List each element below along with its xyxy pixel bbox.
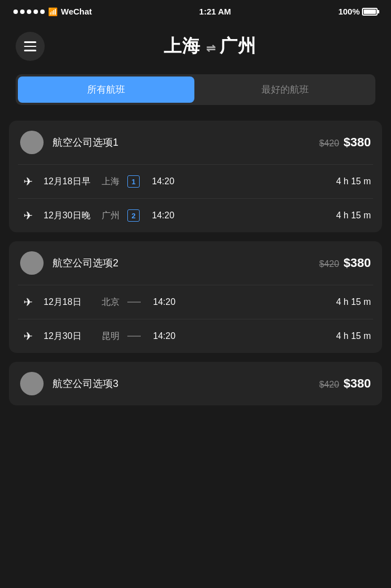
- flight-time: 14:20: [152, 211, 174, 221]
- flights-list: 航空公司选项1$420$380✈12月18日早上海114:204 h 15 m✈…: [0, 121, 391, 405]
- flight-date: 12月30日晚: [44, 210, 94, 222]
- plane-icon: ✈: [20, 295, 36, 309]
- flight-time: 14:20: [152, 176, 174, 187]
- wifi-icon: 📶: [48, 7, 58, 16]
- flight-card-1[interactable]: 航空公司选项1$420$380✈12月18日早上海114:204 h 15 m✈…: [9, 121, 382, 232]
- flight-duration: 4 h 15 m: [336, 211, 371, 221]
- airline-row: 航空公司选项3$420$380: [9, 362, 382, 405]
- original-price: $420: [319, 259, 339, 269]
- airline-name: 航空公司选项3: [53, 377, 310, 390]
- origin-city: 上海: [164, 36, 201, 56]
- original-price: $420: [319, 138, 339, 149]
- flight-date: 12月18日: [44, 297, 94, 308]
- city-line: 北京: [102, 297, 141, 308]
- city-line: 上海1: [102, 175, 140, 188]
- flight-time: 14:20: [153, 331, 175, 341]
- city-line: 广州2: [102, 209, 140, 222]
- sale-price: $380: [344, 135, 371, 150]
- menu-button[interactable]: [16, 32, 45, 61]
- flight-card-3[interactable]: 航空公司选项3$420$380: [9, 362, 382, 405]
- airline-logo: [20, 251, 44, 275]
- status-left: 📶 WeChat: [13, 7, 92, 16]
- flight-duration: 4 h 15 m: [336, 297, 371, 307]
- price-group: $420$380: [319, 376, 371, 391]
- swap-icon: ⇌: [206, 42, 220, 54]
- flight-time: 14:20: [153, 297, 175, 307]
- carrier-name: WeChat: [61, 7, 92, 16]
- flight-duration: 4 h 15 m: [336, 331, 371, 341]
- city-dash: [127, 302, 141, 303]
- flight-leg-row: ✈12月30日昆明14:204 h 15 m: [9, 319, 382, 353]
- airline-name: 航空公司选项2: [53, 256, 310, 270]
- city-line: 昆明: [102, 331, 141, 342]
- flight-leg-row: ✈12月18日北京14:204 h 15 m: [9, 285, 382, 319]
- flight-duration: 4 h 15 m: [336, 176, 371, 187]
- sale-price: $380: [344, 376, 371, 391]
- battery-icon: [362, 8, 378, 16]
- flight-leg-row: ✈12月30日晚广州214:204 h 15 m: [9, 199, 382, 232]
- tab-best-flights[interactable]: 最好的航班: [197, 77, 373, 103]
- flight-city: 广州: [102, 210, 122, 222]
- flight-card-2[interactable]: 航空公司选项2$420$380✈12月18日北京14:204 h 15 m✈12…: [9, 241, 382, 353]
- flight-date: 12月30日: [44, 331, 94, 342]
- price-group: $420$380: [319, 256, 371, 270]
- status-bar: 📶 WeChat 1:21 AM 100%: [0, 0, 391, 21]
- city-badge: 2: [127, 209, 140, 222]
- city-dash: [127, 336, 141, 337]
- city-badge: 1: [127, 175, 140, 188]
- flight-city: 上海: [102, 176, 122, 188]
- flight-city: 昆明: [102, 331, 122, 342]
- sale-price: $380: [344, 256, 371, 270]
- price-group: $420$380: [319, 135, 371, 150]
- flight-date: 12月18日早: [44, 176, 94, 188]
- flight-city: 北京: [102, 297, 122, 308]
- status-time: 1:21 AM: [199, 7, 231, 16]
- battery-percent: 100%: [338, 7, 360, 16]
- tab-all-flights[interactable]: 所有航班: [18, 77, 194, 103]
- original-price: $420: [319, 380, 339, 390]
- flight-leg-row: ✈12月18日早上海114:204 h 15 m: [9, 165, 382, 198]
- route-title: 上海 ⇌ 广州: [45, 34, 375, 59]
- plane-icon: ✈: [20, 209, 36, 222]
- airline-row: 航空公司选项2$420$380: [9, 241, 382, 285]
- plane-icon: ✈: [20, 175, 36, 188]
- signal-dots: [13, 9, 45, 14]
- airline-name: 航空公司选项1: [53, 136, 310, 149]
- plane-icon: ✈: [20, 329, 36, 343]
- header: 上海 ⇌ 广州: [0, 21, 391, 74]
- airline-logo: [20, 372, 44, 395]
- battery-container: 100%: [338, 7, 378, 16]
- airline-row: 航空公司选项1$420$380: [9, 121, 382, 164]
- destination-city: 广州: [220, 36, 256, 56]
- tab-bar: 所有航班 最好的航班: [16, 74, 375, 105]
- airline-logo: [20, 131, 44, 154]
